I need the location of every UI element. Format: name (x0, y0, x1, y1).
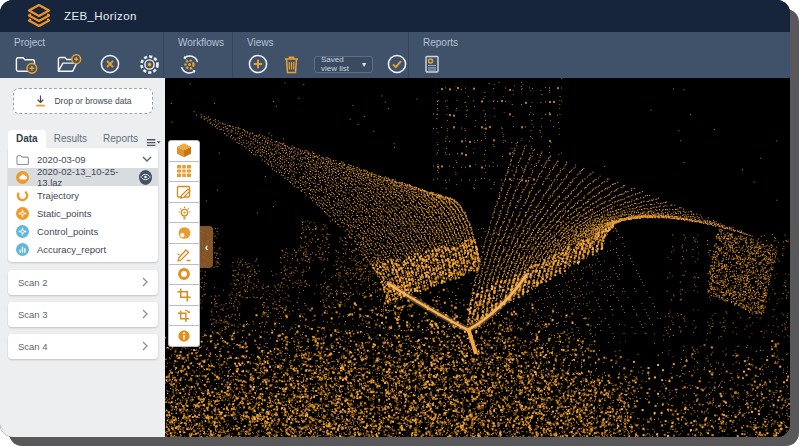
eye-icon (140, 173, 151, 181)
app-title: ZEB_Horizon (64, 10, 137, 22)
gear-icon (138, 53, 161, 76)
tree-row-trajectory[interactable]: Trajectory (8, 186, 158, 204)
sidebar-tabs: Data Results Reports (0, 124, 165, 148)
point-sphere-button[interactable] (168, 222, 200, 244)
measure-draw-button[interactable] (168, 243, 200, 265)
static-points-icon (16, 207, 29, 220)
crop-icon (176, 287, 192, 303)
toolbar-section-workflows: Workflows (164, 32, 233, 78)
circle-x-icon (99, 53, 121, 75)
lightbulb-icon (176, 205, 193, 221)
tree-label: Accuracy_report (37, 244, 106, 255)
grid-icon (176, 164, 192, 178)
title-bar: ZEB_Horizon (0, 0, 790, 32)
point-cloud-viewport[interactable]: ‹ (165, 78, 790, 437)
visibility-toggle[interactable] (139, 170, 152, 185)
project-settings-button[interactable] (138, 53, 161, 76)
tree-label: Static_points (37, 208, 91, 219)
chevron-down-icon: ▾ (362, 60, 366, 69)
chevron-right-icon (142, 277, 148, 289)
saved-view-list-value: Saved view list (321, 55, 356, 73)
tree-label: 2020-03-09 (37, 154, 86, 165)
close-project-button[interactable] (99, 53, 121, 75)
tab-results[interactable]: Results (46, 130, 95, 148)
section-label-views: Views (247, 37, 408, 48)
point-cloud-icon (16, 171, 29, 184)
tree-label: 2020-02-13_10-25-13.laz (37, 166, 131, 188)
scan-3-card[interactable]: Scan 3 (8, 302, 158, 327)
chevron-right-icon (142, 341, 148, 353)
tab-data[interactable]: Data (8, 130, 46, 148)
menu-lines-icon (146, 138, 161, 148)
ring-icon (176, 266, 192, 282)
tree-label: Control_points (37, 226, 98, 237)
control-points-icon (16, 225, 29, 238)
sphere-icon (176, 225, 193, 241)
dropzone-label: Drop or browse data (54, 96, 131, 106)
folder-plus-icon (14, 53, 39, 75)
view-3d-button[interactable] (168, 140, 200, 162)
toolbar-section-project: Project (0, 32, 164, 78)
app-logo-icon (26, 4, 52, 28)
tree-row-static-points[interactable]: Static_points (8, 204, 158, 222)
app-window: ZEB_Horizon Project (0, 0, 790, 437)
trajectory-loop-icon (16, 189, 29, 202)
cube-3d-icon (175, 142, 193, 159)
draw-area-icon (176, 184, 193, 199)
scan-label: Scan 4 (18, 341, 48, 352)
download-arrow-icon (34, 94, 47, 108)
crop-rotate-button[interactable] (168, 305, 200, 327)
info-button[interactable] (168, 325, 200, 347)
section-label-workflows: Workflows (178, 37, 232, 48)
section-label-project: Project (14, 37, 163, 48)
circle-check-icon (386, 53, 408, 75)
viewport-tool-strip (168, 140, 200, 347)
accuracy-chart-icon (16, 243, 29, 256)
trash-icon (282, 54, 301, 75)
tree-row-accuracy-report[interactable]: Accuracy_report (8, 240, 158, 258)
info-icon (176, 328, 192, 344)
chevron-down-icon (142, 156, 152, 162)
drop-browse-data-button[interactable]: Drop or browse data (13, 88, 153, 114)
draw-area-button[interactable] (168, 181, 200, 203)
toolstrip-collapse-handle[interactable]: ‹ (200, 226, 213, 268)
scan-label: Scan 2 (18, 277, 48, 288)
tree-label: Trajectory (37, 190, 79, 201)
crop-button[interactable] (168, 284, 200, 306)
run-workflow-button[interactable] (178, 53, 201, 76)
scan-1-tree: 2020-03-09 2020-02-13_10-25-13.laz (8, 148, 158, 262)
section-label-reports: Reports (423, 37, 790, 48)
scan-label: Scan 3 (18, 309, 48, 320)
grid-view-button[interactable] (168, 161, 200, 183)
apply-view-button[interactable] (386, 53, 408, 75)
open-project-button[interactable] (56, 53, 82, 75)
gear-arrows-icon (178, 53, 201, 76)
tree-row-laz-file[interactable]: 2020-02-13_10-25-13.laz (8, 168, 158, 186)
measure-pen-icon (175, 246, 193, 262)
list-options-button[interactable] (146, 138, 161, 148)
toolbar-section-reports: Reports (409, 32, 790, 78)
report-document-icon (423, 54, 441, 75)
sidebar: Drop or browse data Data Results Reports (0, 78, 165, 437)
crop-rotate-icon (176, 308, 192, 324)
chevron-right-icon (142, 309, 148, 321)
folder-open-plus-icon (56, 53, 82, 75)
add-view-button[interactable] (247, 53, 269, 75)
chevron-left-icon: ‹ (205, 241, 209, 253)
saved-view-list-dropdown[interactable]: Saved view list ▾ (314, 56, 373, 73)
toolbar-section-views: Views Saved view list (233, 32, 409, 78)
ring-select-button[interactable] (168, 264, 200, 286)
lighting-button[interactable] (168, 202, 200, 224)
new-project-button[interactable] (14, 53, 39, 75)
tree-row-control-points[interactable]: Control_points (8, 222, 158, 240)
folder-icon (16, 154, 29, 165)
expand-collapse-control[interactable] (142, 156, 152, 162)
scan-4-card[interactable]: Scan 4 (8, 334, 158, 359)
delete-view-button[interactable] (282, 54, 301, 75)
circle-plus-icon (247, 53, 269, 75)
point-cloud-canvas[interactable] (165, 78, 790, 437)
tab-reports[interactable]: Reports (95, 130, 146, 148)
scan-2-card[interactable]: Scan 2 (8, 270, 158, 295)
ribbon-toolbar: Project (0, 32, 790, 78)
create-report-button[interactable] (423, 54, 441, 75)
